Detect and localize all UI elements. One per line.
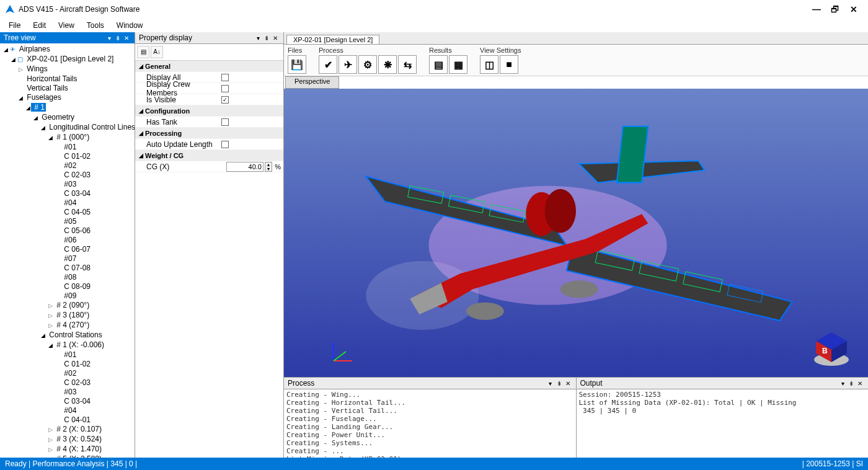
tree-node[interactable]: #02 (2, 161, 135, 171)
panel-close-icon[interactable]: ✕ (122, 35, 131, 42)
triangle-open-icon[interactable]: ◢ (10, 55, 16, 64)
checkbox[interactable]: ✓ (221, 96, 229, 104)
tree-node[interactable]: #05 (2, 217, 135, 226)
triangle-open-icon[interactable]: ◢ (47, 341, 53, 350)
tree-label[interactable]: C 08-09 (61, 282, 92, 291)
tree-label[interactable]: #01 (61, 350, 78, 359)
tree-node[interactable]: ▷ # 4 (270°) (2, 321, 135, 330)
tree-label[interactable]: #03 (61, 388, 78, 396)
panel-pin-icon[interactable]: ⇟ (555, 380, 564, 387)
prop-section[interactable]: ◢ General (135, 61, 283, 72)
menu-view[interactable]: View (53, 20, 79, 31)
checkbox[interactable] (221, 118, 229, 126)
spinner-icon[interactable]: ▲▼ (265, 162, 272, 172)
tree-node[interactable]: #02 (2, 369, 135, 378)
triangle-closed-icon[interactable]: ▷ (47, 321, 53, 330)
tree-label[interactable]: Vertical Tails (24, 84, 69, 92)
tree-node[interactable]: #09 (2, 291, 135, 301)
tree-label[interactable]: # 2 (X: 0.107) (53, 425, 103, 433)
tree-label[interactable]: C 06-07 (61, 245, 92, 254)
tree-label[interactable]: #03 (61, 180, 78, 188)
menu-edit[interactable]: Edit (28, 20, 51, 31)
tree-node[interactable]: Horizontal Tails (2, 74, 135, 84)
panel-pin-icon[interactable]: ⇟ (262, 35, 271, 42)
tree-node[interactable]: C 01-02 (2, 360, 135, 369)
tree-node[interactable]: ◢ Geometry (2, 113, 135, 123)
tree-label[interactable]: C 05-06 (61, 226, 92, 235)
menu-window[interactable]: Window (112, 20, 148, 31)
triangle-closed-icon[interactable]: ▷ (47, 425, 53, 435)
tree-label[interactable]: # 4 (X: 1.470) (53, 445, 103, 453)
tree-label[interactable]: Fuselages (24, 93, 63, 102)
triangle-open-icon[interactable]: ◢ (40, 331, 46, 340)
tree-label[interactable]: C 02-03 (61, 171, 92, 179)
tree-label[interactable]: C 04-05 (61, 208, 92, 216)
panel-close-icon[interactable]: ✕ (271, 35, 280, 42)
tree-label[interactable]: Geometry (38, 113, 76, 122)
number-input[interactable] (226, 162, 264, 172)
triangle-closed-icon[interactable]: ▷ (17, 65, 24, 74)
tree-node[interactable]: C 02-03 (2, 171, 135, 180)
triangle-open-icon[interactable]: ◢ (32, 113, 38, 123)
tree-label[interactable]: # 3 (180°) (53, 311, 91, 319)
tree-label[interactable]: #07 (61, 254, 78, 263)
tree-label[interactable]: #04 (61, 406, 78, 415)
prop-categorize-icon[interactable]: ▤ (137, 46, 149, 58)
tree-node[interactable]: C 03-04 (2, 397, 135, 406)
tree-node[interactable]: ◢ # 1 (000°) (2, 133, 135, 143)
triangle-open-icon[interactable]: ◢ (17, 94, 24, 103)
triangle-open-icon[interactable]: ◢ (139, 153, 145, 159)
close-button[interactable]: ✕ (844, 4, 863, 14)
solid-icon[interactable]: ■ (500, 55, 518, 74)
tree-node[interactable]: ▷ # 2 (X: 0.107) (2, 425, 135, 435)
tree-node[interactable]: ▷ # 3 (X: 0.524) (2, 435, 135, 445)
triangle-open-icon[interactable]: ◢ (139, 108, 145, 114)
swap-icon[interactable]: ⇆ (398, 55, 417, 74)
viewport-3d[interactable]: B (284, 89, 868, 377)
tree-node[interactable]: ◢ # 1 (2, 103, 135, 113)
report-icon[interactable]: ▤ (429, 55, 448, 74)
tree-node[interactable]: C 07-08 (2, 264, 135, 273)
frame-icon[interactable]: ◫ (480, 55, 498, 74)
tree-node[interactable]: ▷ Wings (2, 64, 135, 74)
tree-node[interactable]: ▷ # 2 (090°) (2, 301, 135, 311)
tree-node[interactable]: ▷ # 4 (X: 1.470) (2, 445, 135, 454)
triangle-closed-icon[interactable]: ▷ (47, 445, 53, 454)
document-tab[interactable]: XP-02-01 [Design Level 2] (286, 35, 379, 44)
tree-label[interactable]: #09 (61, 291, 78, 300)
tree-label[interactable]: # 1 (X: -0.006) (53, 340, 105, 349)
grid-icon[interactable]: ▦ (449, 55, 467, 74)
tree-label[interactable]: Wings (24, 64, 49, 73)
check-icon[interactable]: ✔ (319, 55, 337, 74)
minimize-button[interactable]: — (807, 4, 826, 14)
checkbox[interactable] (221, 141, 229, 148)
tree-label[interactable]: #04 (61, 198, 78, 207)
tree-label[interactable]: #06 (61, 236, 78, 244)
tree-label[interactable]: # 4 (270°) (53, 321, 91, 329)
tree-node[interactable]: C 01-02 (2, 152, 135, 161)
tree-node[interactable]: Vertical Tails (2, 84, 135, 93)
tree-node[interactable]: #03 (2, 180, 135, 189)
tree-node[interactable]: C 05-06 (2, 226, 135, 236)
prop-section[interactable]: ◢ Processing (135, 128, 283, 139)
tree-label[interactable]: XP-02-01 [Design Level 2] (24, 55, 115, 63)
tree-label[interactable]: C 02-03 (61, 378, 92, 387)
menu-file[interactable]: File (4, 20, 25, 31)
prop-section[interactable]: ◢ Weight / CG (135, 150, 283, 161)
tree-view[interactable]: ◢✈ Airplanes◢▢ XP-02-01 [Design Level 2]… (0, 43, 135, 458)
tree-label[interactable]: #08 (61, 273, 78, 282)
panel-pin-icon[interactable]: ⇟ (113, 35, 122, 42)
panel-pin-icon[interactable]: ⇟ (847, 380, 856, 387)
tree-node[interactable]: #07 (2, 254, 135, 264)
checkbox[interactable] (221, 85, 229, 92)
tree-label[interactable]: #05 (61, 217, 78, 226)
panel-dropdown-icon[interactable]: ▾ (546, 380, 555, 387)
triangle-open-icon[interactable]: ◢ (2, 45, 9, 55)
maximize-button[interactable]: 🗗 (826, 4, 844, 14)
panel-dropdown-icon[interactable]: ▾ (838, 380, 847, 387)
tree-label[interactable]: C 01-02 (61, 152, 92, 161)
gear-icon[interactable]: ⚙ (358, 55, 377, 74)
tree-label[interactable]: Control Stations (46, 330, 104, 339)
perspective-tab[interactable]: Perspective (285, 76, 339, 89)
tree-node[interactable]: C 08-09 (2, 282, 135, 291)
